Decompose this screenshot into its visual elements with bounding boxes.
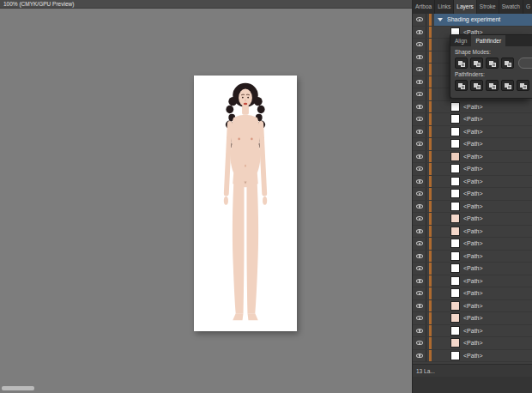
eye-icon bbox=[416, 142, 423, 146]
layer-row[interactable]: <Path> bbox=[413, 300, 532, 313]
intersect-button[interactable] bbox=[486, 57, 499, 69]
layer-name: <Path> bbox=[463, 129, 483, 135]
minus-front-button[interactable] bbox=[470, 57, 483, 69]
layer-color-bar bbox=[429, 27, 432, 39]
layer-color-bar bbox=[429, 39, 432, 51]
visibility-toggle[interactable] bbox=[413, 263, 426, 275]
layer-color-bar bbox=[429, 350, 432, 362]
visibility-toggle[interactable] bbox=[413, 188, 426, 200]
layer-row[interactable]: <Path> bbox=[413, 113, 532, 126]
panel-tab-layers[interactable]: Layers bbox=[454, 0, 477, 14]
merge-icon-overlay bbox=[492, 85, 496, 89]
visibility-toggle[interactable] bbox=[413, 226, 426, 238]
unite-button[interactable] bbox=[455, 57, 468, 69]
layer-row[interactable]: <Path> bbox=[413, 226, 532, 239]
panel-tab-swatch[interactable]: Swatch bbox=[499, 0, 523, 14]
visibility-toggle[interactable] bbox=[413, 238, 426, 250]
layer-row[interactable]: <Path> bbox=[413, 325, 532, 338]
visibility-toggle[interactable] bbox=[413, 126, 426, 138]
divide-icon-overlay bbox=[461, 85, 465, 89]
layer-row[interactable]: <Path> bbox=[413, 188, 532, 201]
layer-thumbnail bbox=[450, 139, 460, 148]
visibility-toggle[interactable] bbox=[413, 151, 426, 163]
canvas-area[interactable] bbox=[0, 9, 412, 393]
panel-tab-artboa[interactable]: Artboa bbox=[413, 0, 435, 14]
visibility-toggle[interactable] bbox=[413, 201, 426, 213]
layer-row[interactable]: <Path> bbox=[413, 151, 532, 164]
visibility-toggle[interactable] bbox=[413, 163, 426, 175]
visibility-toggle[interactable] bbox=[413, 350, 426, 362]
visibility-toggle[interactable] bbox=[413, 14, 426, 26]
layer-row[interactable]: <Path> bbox=[413, 350, 532, 363]
tab-pathfinder[interactable]: Pathfinder bbox=[471, 35, 505, 46]
visibility-toggle[interactable] bbox=[413, 76, 426, 88]
layer-row[interactable]: <Path> bbox=[413, 176, 532, 189]
expand-button[interactable] bbox=[518, 57, 532, 69]
layer-name: <Path> bbox=[463, 353, 483, 359]
layer-row[interactable]: <Path> bbox=[413, 213, 532, 226]
visibility-toggle[interactable] bbox=[413, 27, 426, 39]
layer-color-bar bbox=[429, 51, 432, 63]
layer-color-bar bbox=[429, 126, 432, 138]
layer-row[interactable]: <Path> bbox=[413, 263, 532, 275]
visibility-toggle[interactable] bbox=[413, 251, 426, 263]
visibility-toggle[interactable] bbox=[413, 176, 426, 188]
trim-button[interactable] bbox=[470, 80, 483, 91]
layer-row[interactable]: <Path> bbox=[413, 138, 532, 151]
visibility-toggle[interactable] bbox=[413, 312, 426, 324]
layer-thumbnail bbox=[450, 276, 460, 286]
layer-row[interactable]: <Path> bbox=[413, 287, 532, 300]
layer-color-bar bbox=[429, 312, 432, 324]
visibility-toggle[interactable] bbox=[413, 39, 426, 51]
visibility-toggle[interactable] bbox=[413, 275, 426, 287]
selected-layer-highlight[interactable]: Shading experiment bbox=[434, 14, 532, 26]
crop-button[interactable] bbox=[501, 80, 514, 91]
layer-row[interactable]: <Path> bbox=[413, 101, 532, 114]
visibility-toggle[interactable] bbox=[413, 51, 426, 63]
tab-align[interactable]: Align bbox=[450, 35, 471, 46]
panel-tab-links[interactable]: Links bbox=[435, 0, 454, 14]
outline-button[interactable] bbox=[517, 80, 529, 91]
eye-icon bbox=[416, 354, 423, 358]
layer-row[interactable]: <Path> bbox=[413, 337, 532, 350]
panel-tab-g[interactable]: G bbox=[523, 0, 532, 14]
eye-icon bbox=[416, 304, 423, 308]
visibility-toggle[interactable] bbox=[413, 113, 426, 125]
divide-button[interactable] bbox=[455, 80, 468, 91]
visibility-toggle[interactable] bbox=[413, 287, 426, 299]
layers-count: 13 La... bbox=[416, 368, 435, 374]
eye-icon bbox=[416, 154, 423, 159]
layer-color-bar bbox=[429, 176, 432, 188]
horizontal-scrollbar-thumb[interactable] bbox=[2, 386, 34, 390]
visibility-toggle[interactable] bbox=[413, 325, 426, 337]
layer-row[interactable]: <Path> bbox=[413, 312, 532, 325]
artboard[interactable] bbox=[194, 76, 297, 331]
visibility-toggle[interactable] bbox=[413, 101, 426, 113]
layer-row[interactable]: <Path> bbox=[413, 201, 532, 214]
eye-icon bbox=[416, 204, 423, 209]
layer-name: <Path> bbox=[463, 290, 483, 296]
layer-name: <Path> bbox=[463, 178, 483, 184]
visibility-toggle[interactable] bbox=[413, 88, 426, 100]
exclude-button[interactable] bbox=[501, 57, 514, 69]
layer-row[interactable]: <Path> bbox=[413, 126, 532, 139]
layer-row[interactable]: <Path> bbox=[413, 238, 532, 251]
intersect-icon-overlay bbox=[492, 63, 496, 67]
visibility-toggle[interactable] bbox=[413, 300, 426, 312]
chevron-down-icon[interactable] bbox=[438, 18, 443, 21]
visibility-toggle[interactable] bbox=[413, 138, 426, 150]
merge-button[interactable] bbox=[486, 80, 499, 91]
visibility-toggle[interactable] bbox=[413, 337, 426, 349]
layer-color-bar bbox=[429, 151, 432, 163]
layer-color-bar bbox=[429, 101, 432, 113]
layer-thumbnail bbox=[450, 239, 460, 248]
layer-row[interactable]: <Path> bbox=[413, 251, 532, 263]
panel-tab-stroke[interactable]: Stroke bbox=[477, 0, 499, 14]
eye-icon bbox=[416, 254, 423, 258]
visibility-toggle[interactable] bbox=[413, 213, 426, 225]
layer-row[interactable]: <Path> bbox=[413, 275, 532, 288]
layer-row-shading-experiment[interactable]: Shading experiment bbox=[413, 14, 532, 27]
layer-row[interactable]: <Path> bbox=[413, 163, 532, 176]
pathfinders-label: Pathfinders: bbox=[455, 71, 528, 78]
visibility-toggle[interactable] bbox=[413, 63, 426, 76]
